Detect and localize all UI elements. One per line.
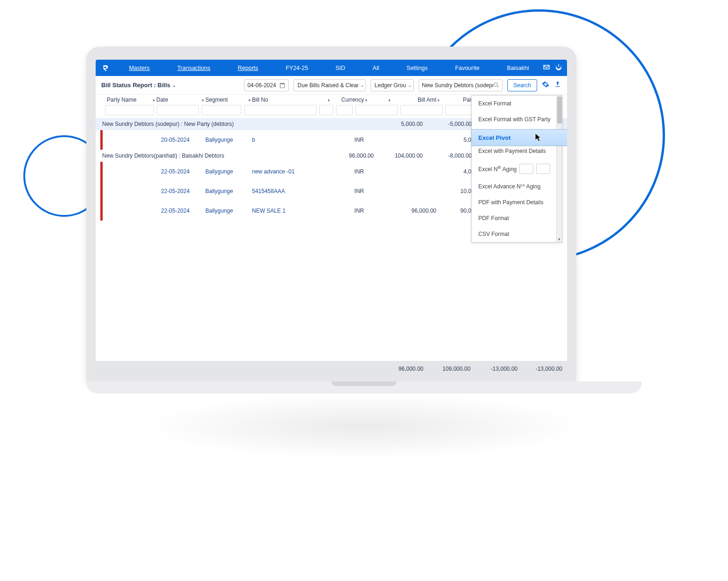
laptop-base bbox=[86, 381, 642, 394]
filter-date[interactable] bbox=[157, 105, 199, 115]
date-picker[interactable]: 04-06-2024 bbox=[244, 79, 288, 91]
export-icon[interactable] bbox=[554, 81, 561, 90]
nav-favourite[interactable]: Favourite bbox=[455, 65, 479, 71]
export-dropdown: Excel Format Excel Format with GST Party… bbox=[471, 95, 562, 242]
export-excel-gst[interactable]: Excel Format with GST Party bbox=[472, 111, 562, 127]
filter-pamt[interactable] bbox=[400, 105, 442, 115]
search-button[interactable]: Search bbox=[507, 79, 537, 91]
sort-icon[interactable]: ♦ bbox=[152, 97, 156, 103]
col-currency[interactable]: Currency bbox=[331, 97, 364, 103]
nav-sid[interactable]: SID bbox=[336, 65, 345, 71]
total-bill-amt: 96,000.00 bbox=[381, 366, 423, 372]
hover-label: Excel Pivot bbox=[478, 134, 511, 141]
dropdown-scrollbar[interactable]: ▾ bbox=[556, 96, 562, 242]
export-excel-adv-aging[interactable]: Excel Advance Nᵗʰ Aging bbox=[472, 179, 562, 194]
col-date[interactable]: Date bbox=[156, 97, 201, 103]
status-bar bbox=[100, 130, 103, 150]
toolbar: Bill Status Report : Bills ⌄ 04-06-2024 … bbox=[96, 76, 567, 95]
chevron-down-icon: ⌄ bbox=[172, 83, 176, 88]
total-extra: -13,000.00 bbox=[522, 366, 562, 372]
nav-transactions[interactable]: Transactions bbox=[177, 65, 210, 71]
gear-icon[interactable] bbox=[542, 81, 549, 90]
totals-row: 96,000.00 109,000.00 -13,000.00 -13,000.… bbox=[96, 361, 567, 377]
nav-fy[interactable]: FY24-25 bbox=[286, 65, 308, 71]
nav-reports[interactable]: Reports bbox=[238, 65, 259, 71]
export-pdf-format[interactable]: PDF Format bbox=[472, 210, 562, 226]
ledger-search-field[interactable]: New Sundry Debtors (sodepur),New Sui bbox=[419, 79, 503, 91]
filter-spacer[interactable] bbox=[336, 105, 353, 115]
laptop-shadow bbox=[140, 394, 588, 459]
aging-input-2[interactable] bbox=[536, 164, 550, 174]
laptop-mockup: Masters Transactions Reports FY24-25 SID… bbox=[86, 47, 642, 459]
search-icon bbox=[493, 82, 499, 88]
nav-masters[interactable]: Masters bbox=[129, 65, 149, 71]
export-csv-format[interactable]: CSV Format bbox=[472, 226, 562, 242]
filter-currency[interactable] bbox=[319, 105, 333, 115]
sort-icon[interactable]: ♦ bbox=[387, 97, 392, 103]
col-party-name[interactable]: Party Name bbox=[100, 97, 152, 103]
power-icon[interactable] bbox=[555, 63, 562, 72]
chevron-down-icon: ⌄ bbox=[408, 83, 412, 88]
status-bar bbox=[100, 181, 103, 201]
nav-all[interactable]: All bbox=[373, 65, 379, 71]
sort-icon[interactable]: ♦ bbox=[247, 97, 252, 103]
col-bill-no[interactable]: Bill No bbox=[252, 97, 327, 103]
report-title[interactable]: Bill Status Report : Bills ⌄ bbox=[101, 82, 176, 89]
group-name: New Sundry Debtors(panihati) : Baisakhi … bbox=[102, 152, 329, 159]
group-name: New Sundry Debtors (sodepur) : New Party… bbox=[102, 121, 329, 127]
hover-highlight: Excel Pivot bbox=[471, 129, 567, 146]
mail-icon[interactable] bbox=[543, 63, 550, 72]
col-segment[interactable]: Segment bbox=[205, 97, 247, 103]
sort-icon[interactable]: ♦ bbox=[201, 97, 205, 103]
filter-bamt[interactable] bbox=[356, 105, 398, 115]
export-excel-format[interactable]: Excel Format bbox=[472, 96, 562, 111]
filter-party[interactable] bbox=[105, 105, 154, 115]
nav-user[interactable]: Baisakhi bbox=[507, 65, 529, 71]
total-due-amt: -13,000.00 bbox=[475, 366, 518, 372]
col-bill-amt[interactable]: Bill Amt bbox=[392, 97, 436, 103]
nav-settings[interactable]: Settings bbox=[406, 65, 427, 71]
export-excel-nth-aging[interactable]: Excel Nth Aging bbox=[472, 159, 562, 179]
cursor-icon bbox=[535, 133, 542, 142]
status-bar bbox=[100, 201, 103, 221]
filter-segment[interactable] bbox=[202, 105, 241, 115]
date-value: 04-06-2024 bbox=[247, 82, 276, 89]
calendar-icon bbox=[279, 82, 286, 89]
report-title-text: Bill Status Report : Bills bbox=[101, 82, 170, 89]
app-logo[interactable] bbox=[100, 63, 111, 73]
nav-items: Masters Transactions Reports FY24-25 SID… bbox=[115, 65, 543, 71]
aging-input-1[interactable] bbox=[519, 164, 533, 174]
total-paid-amt: 109,000.00 bbox=[428, 366, 470, 372]
sort-icon[interactable]: ♦ bbox=[327, 97, 331, 103]
chevron-down-icon: ⌄ bbox=[360, 83, 363, 88]
filter-ledger-group[interactable]: Ledger Grou⌄ bbox=[371, 79, 414, 91]
export-pdf-payment[interactable]: PDF with Payment Details bbox=[472, 194, 562, 210]
filter-due-bills[interactable]: Due Bills Raised & Cleared till G⌄ bbox=[294, 79, 366, 91]
top-nav: Masters Transactions Reports FY24-25 SID… bbox=[96, 60, 567, 76]
sort-icon[interactable]: ♦ bbox=[436, 97, 441, 103]
app-screen: Masters Transactions Reports FY24-25 SID… bbox=[96, 60, 567, 377]
sort-icon[interactable]: ♦ bbox=[364, 97, 368, 103]
filter-billno[interactable] bbox=[244, 105, 316, 115]
status-bar bbox=[100, 162, 103, 181]
